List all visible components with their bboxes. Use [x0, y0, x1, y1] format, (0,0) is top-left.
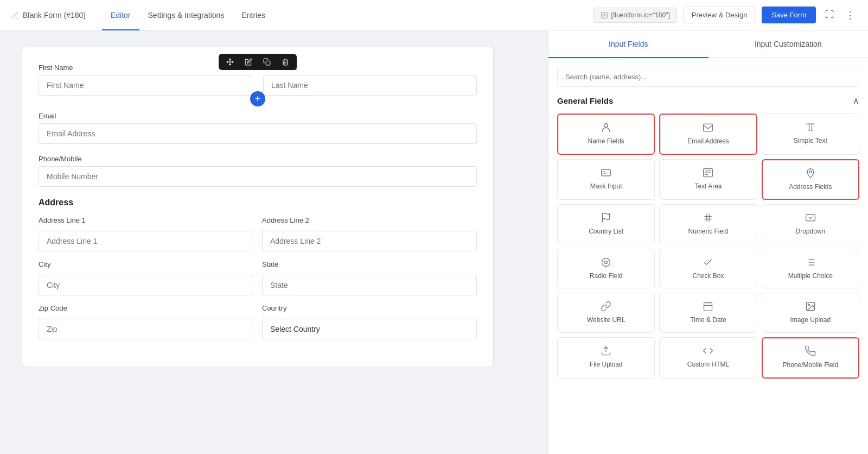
custom-html-label: Custom HTML	[687, 361, 729, 369]
website-url-icon	[601, 301, 611, 312]
field-card-check-box[interactable]: Check Box	[659, 249, 757, 289]
add-field-button[interactable]: +	[250, 91, 265, 106]
state-input[interactable]	[262, 275, 477, 295]
country-list-icon	[601, 212, 611, 223]
field-card-file-upload[interactable]: File Upload	[557, 337, 655, 379]
nav-right: [fluentform id="180"] Preview & Design S…	[593, 7, 857, 23]
field-card-multiple-choice[interactable]: Multiple Choice	[762, 249, 859, 289]
phone-input[interactable]	[39, 166, 477, 187]
city-input[interactable]	[39, 275, 253, 295]
svg-rect-12	[806, 215, 815, 221]
address-fields-label: Address Fields	[789, 183, 832, 192]
check-box-label: Check Box	[692, 272, 724, 281]
fields-grid: Name Fields Email Address Simple Text Ma…	[557, 114, 859, 379]
tab-input-fields[interactable]: Input Fields	[548, 31, 709, 58]
website-url-label: Website URL	[587, 316, 625, 325]
form-container: First Name Last Name + Email	[22, 47, 494, 367]
email-input[interactable]	[39, 123, 477, 144]
address-title: Address	[39, 198, 477, 207]
search-input[interactable]	[557, 67, 859, 87]
preview-design-button[interactable]: Preview & Design	[684, 7, 756, 23]
svg-rect-3	[704, 124, 713, 131]
image-upload-label: Image Upload	[790, 316, 831, 325]
save-form-button[interactable]: Save Form	[762, 7, 816, 23]
dropdown-icon	[805, 212, 816, 223]
field-card-name-fields[interactable]: Name Fields	[557, 114, 655, 155]
name-fields-icon	[601, 122, 611, 133]
field-card-time-date[interactable]: Time & Date	[659, 293, 757, 333]
country-label: Country	[262, 304, 477, 312]
field-card-address-fields[interactable]: Address Fields	[762, 159, 859, 200]
field-card-simple-text[interactable]: Simple Text	[762, 114, 859, 155]
nav-tabs: Editor Settings & Integrations Entries	[102, 1, 274, 30]
zip-input[interactable]	[39, 319, 253, 339]
field-card-image-upload[interactable]: Image Upload	[762, 293, 859, 333]
email-label: Email	[39, 112, 477, 120]
collapse-button[interactable]: ∧	[853, 96, 859, 106]
address-line1-label: Address Line 1	[39, 216, 253, 224]
address-line2-group: Address Line 2	[262, 216, 477, 251]
dropdown-label: Dropdown	[795, 228, 825, 236]
tab-editor[interactable]: Editor	[102, 1, 139, 30]
tab-settings[interactable]: Settings & Integrations	[139, 1, 233, 30]
multiple-choice-label: Multiple Choice	[788, 272, 833, 281]
last-name-input[interactable]	[263, 75, 477, 96]
svg-point-26	[808, 304, 810, 306]
right-panel: Input Fields Input Customization General…	[548, 30, 868, 454]
panel-tabs: Input Fields Input Customization	[548, 30, 868, 58]
country-group: Country Select Country	[262, 304, 477, 339]
email-field-group: Email	[39, 112, 477, 144]
email-address-label: Email Address	[687, 137, 729, 146]
city-label: City	[39, 260, 253, 268]
svg-rect-21	[704, 303, 712, 311]
first-name-input[interactable]	[39, 75, 252, 96]
field-card-phone-mobile-field[interactable]: Phone/Mobile Field	[762, 337, 859, 379]
field-card-mask-input[interactable]: Mask Input	[557, 159, 655, 200]
field-card-dropdown[interactable]: Dropdown	[762, 204, 859, 244]
field-card-numeric-field[interactable]: Numeric Field	[659, 204, 757, 244]
edit-icon[interactable]	[241, 56, 256, 68]
address-fields-icon	[805, 168, 816, 179]
phone-mobile-field-icon	[805, 346, 816, 357]
svg-line-10	[706, 214, 707, 222]
tab-input-customization[interactable]: Input Customization	[709, 31, 869, 58]
duplicate-icon[interactable]	[260, 56, 274, 68]
mask-input-icon	[601, 167, 611, 178]
svg-point-13	[602, 258, 610, 266]
delete-icon[interactable]	[278, 56, 292, 68]
field-card-radio-field[interactable]: Radio Field	[557, 249, 655, 289]
email-address-icon	[703, 122, 713, 133]
tab-entries[interactable]: Entries	[233, 1, 274, 30]
more-options-button[interactable]: ⋮	[843, 7, 857, 23]
field-card-custom-html[interactable]: Custom HTML	[659, 337, 757, 379]
text-area-label: Text Area	[694, 182, 722, 191]
name-fields-label: Name Fields	[588, 137, 624, 146]
field-card-text-area[interactable]: Text Area	[659, 159, 757, 200]
custom-html-icon	[703, 345, 713, 356]
field-card-website-url[interactable]: Website URL	[557, 293, 655, 333]
svg-point-14	[605, 261, 608, 263]
time-date-label: Time & Date	[690, 316, 726, 325]
address-line2-label: Address Line 2	[262, 216, 477, 224]
state-label: State	[262, 260, 477, 268]
fullscreen-button[interactable]	[822, 7, 837, 23]
zip-label: Zip Code	[39, 304, 253, 312]
svg-rect-1	[266, 61, 270, 65]
numeric-field-icon	[703, 212, 713, 223]
svg-line-11	[709, 214, 710, 222]
image-upload-icon	[805, 301, 816, 312]
check-box-icon	[703, 257, 713, 268]
move-icon[interactable]	[223, 56, 237, 68]
svg-point-2	[604, 124, 608, 128]
address-line1-input[interactable]	[39, 231, 253, 251]
svg-point-6	[809, 171, 812, 173]
phone-mobile-field-label: Phone/Mobile Field	[782, 361, 838, 370]
country-select[interactable]: Select Country	[262, 319, 477, 339]
address-line2-input[interactable]	[262, 231, 477, 251]
field-card-email-address[interactable]: Email Address	[659, 114, 757, 155]
name-row: First Name Last Name +	[39, 64, 477, 96]
section-header: General Fields ∧	[557, 96, 859, 106]
shortcode-box[interactable]: [fluentform id="180"]	[593, 8, 677, 23]
time-date-icon	[703, 301, 713, 312]
field-card-country-list[interactable]: Country List	[557, 204, 655, 244]
